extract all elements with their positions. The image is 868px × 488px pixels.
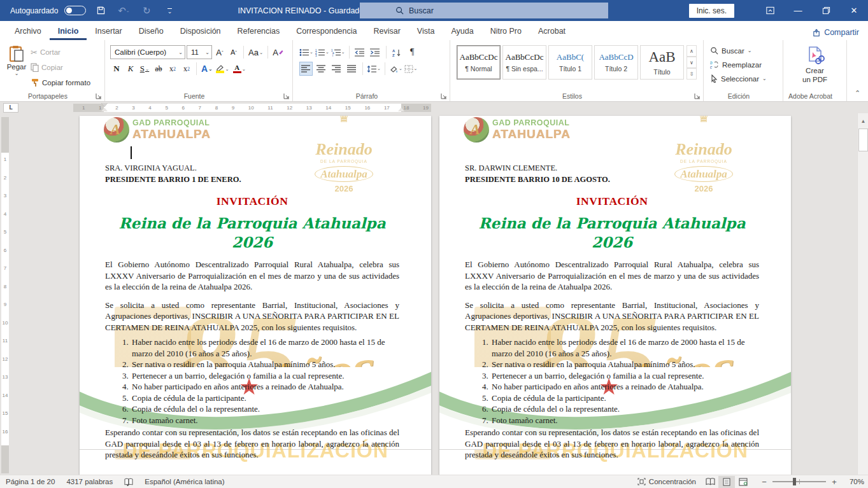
paste-button[interactable]: Pegar ⌄: [3, 44, 31, 90]
font-size-select[interactable]: 11⌄: [187, 45, 212, 59]
hanging-indent-marker[interactable]: [101, 108, 108, 111]
list-item[interactable]: No haber participado en años anteriores …: [131, 381, 399, 393]
paragraph-dialog-launcher-icon[interactable]: [441, 93, 447, 99]
tab-disposicion[interactable]: Disposición: [172, 23, 229, 40]
vertical-ruler[interactable]: 12345678910111213141516: [1, 117, 9, 473]
clipboard-dialog-launcher-icon[interactable]: [96, 93, 102, 99]
reinado-crest-logo[interactable]: ♛ Reinado DE LA PARROQUIA Atahualpa 2026: [302, 116, 385, 193]
bold-button[interactable]: N: [110, 62, 123, 76]
restore-button[interactable]: [812, 0, 840, 21]
reinado-crest-logo[interactable]: ♛ Reinado DE LA PARROQUIA Atahualpa 2026: [662, 116, 745, 193]
zoom-slider[interactable]: [772, 481, 826, 482]
copy-button[interactable]: Copiar: [31, 61, 90, 74]
highlight-button[interactable]: ⌄: [215, 62, 230, 76]
style-normal[interactable]: AaBbCcDc¶ Normal: [457, 45, 501, 80]
list-item[interactable]: Copia de cédula del o la representante.: [131, 403, 399, 415]
tab-stop-selector[interactable]: L: [3, 103, 18, 113]
grow-font-icon[interactable]: Aˆ: [213, 45, 226, 59]
tab-diseno[interactable]: Diseño: [131, 23, 172, 40]
sort-icon[interactable]: AZ: [390, 45, 404, 59]
paragraph-1[interactable]: El Gobierno Autónomo Descentralizado Par…: [465, 259, 759, 293]
print-layout-icon[interactable]: [718, 476, 735, 488]
first-line-indent-marker[interactable]: [101, 103, 108, 107]
clear-formatting-icon[interactable]: A: [271, 45, 285, 59]
paragraph-1[interactable]: El Gobierno Autónomo Descentralizado Par…: [105, 259, 399, 293]
search-input[interactable]: Buscar: [360, 3, 608, 18]
customize-quick-access-icon[interactable]: ⌄: [161, 3, 178, 19]
ribbon-display-options-icon[interactable]: [756, 0, 784, 21]
paragraph-2[interactable]: Se solicita a usted como representante B…: [465, 300, 759, 333]
font-dialog-launcher-icon[interactable]: [283, 93, 290, 99]
format-painter-button[interactable]: Copiar formato: [31, 76, 90, 89]
align-center-icon[interactable]: [315, 62, 328, 76]
zoom-out-icon[interactable]: −: [760, 477, 768, 487]
list-item[interactable]: Copia de cédula del o la representante.: [490, 403, 759, 415]
tab-ayuda[interactable]: Ayuda: [443, 23, 481, 40]
bullets-icon[interactable]: ⌄: [299, 45, 313, 59]
invitation-subheading[interactable]: Reina de la Parroquia Atahualpa 2026: [465, 214, 759, 252]
tab-acrobat[interactable]: Acrobat: [530, 23, 574, 40]
undo-icon[interactable]: ↶⌄: [115, 3, 132, 19]
shrink-font-icon[interactable]: Aˇ: [227, 45, 240, 59]
zoom-slider-thumb[interactable]: [793, 478, 796, 485]
align-right-icon[interactable]: [330, 62, 343, 76]
change-case-icon[interactable]: Aa⌄: [247, 45, 264, 59]
styles-scroll-up-icon[interactable]: ∧: [687, 45, 697, 57]
replace-button[interactable]: bc Reemplazar: [710, 59, 780, 71]
gad-parroquial-logo[interactable]: GAD PARROQUIALATAHUALPA: [464, 117, 571, 143]
numbering-icon[interactable]: 123⌄: [315, 45, 329, 59]
list-item[interactable]: Copia de cédula de la participante.: [131, 393, 399, 404]
style-titulo-2[interactable]: AaBbCcDTítulo 2: [594, 45, 638, 80]
document-page-2[interactable]: 85 Años ★ DE PARROQUIALIZACIÓN ATAHUALPA…: [439, 116, 791, 475]
list-item[interactable]: Foto tamaño carnet.: [131, 415, 399, 426]
list-item[interactable]: Pertenecer a un barrio, delegación o fam…: [490, 370, 759, 382]
document-page-1[interactable]: 85 Años ★ DE PARROQUIALIZACIÓN ATAHUALPA…: [80, 116, 431, 475]
focus-mode-button[interactable]: Concentración: [632, 475, 702, 488]
tab-inicio[interactable]: Inicio: [50, 23, 87, 40]
invitation-heading[interactable]: INVITACIÓN: [105, 194, 399, 208]
subscript-button[interactable]: x2: [166, 62, 179, 76]
invitation-subheading[interactable]: Reina de la Parroquia Atahualpa 2026: [105, 214, 399, 252]
text-effects-button[interactable]: A⌄: [200, 62, 213, 76]
create-pdf-button[interactable]: Crear un PDF: [786, 44, 844, 84]
superscript-button[interactable]: x2: [180, 62, 193, 76]
increase-indent-icon[interactable]: [369, 45, 382, 59]
invitation-heading[interactable]: INVITACIÓN: [465, 194, 759, 208]
closing-paragraph[interactable]: Esperando contar con su representación, …: [465, 427, 759, 461]
requirements-list[interactable]: Haber nacido entre los periodos desde el…: [117, 337, 399, 426]
list-item[interactable]: Ser nativa o residir en la parroquia Ata…: [131, 359, 399, 370]
strikethrough-button[interactable]: ab: [152, 62, 165, 76]
vertical-scrollbar[interactable]: ▲: [857, 113, 868, 475]
styles-dialog-launcher-icon[interactable]: [694, 93, 701, 99]
font-color-button[interactable]: A⌄: [232, 62, 247, 76]
decrease-indent-icon[interactable]: [353, 45, 367, 59]
select-button[interactable]: Seleccionar⌄: [710, 73, 780, 85]
save-icon[interactable]: [92, 3, 109, 19]
list-item[interactable]: Haber nacido entre los periodos desde el…: [490, 337, 759, 359]
word-count[interactable]: 4317 palabras: [60, 475, 118, 488]
redo-icon[interactable]: ↻: [138, 3, 155, 19]
share-button[interactable]: Compartir: [813, 28, 859, 37]
tab-referencias[interactable]: Referencias: [229, 23, 288, 40]
requirements-list[interactable]: Haber nacido entre los periodos desde el…: [476, 337, 759, 426]
list-item[interactable]: Foto tamaño carnet.: [490, 415, 759, 426]
closing-paragraph[interactable]: Esperando contar con su representación, …: [105, 427, 399, 461]
find-button[interactable]: Buscar⌄: [710, 45, 780, 57]
styles-scroll-down-icon[interactable]: ∨: [687, 57, 697, 68]
style-titulo-1[interactable]: AaBbC(Título 1: [548, 45, 592, 80]
list-item[interactable]: No haber participado en años anteriores …: [490, 381, 759, 393]
language-indicator[interactable]: Español (América latina): [139, 475, 230, 488]
multilevel-list-icon[interactable]: 1ai⌄: [331, 45, 345, 59]
align-left-icon[interactable]: [299, 62, 313, 76]
shading-icon[interactable]: ⌄: [389, 62, 402, 76]
zoom-percentage[interactable]: 70%: [843, 478, 864, 485]
tab-vista[interactable]: Vista: [409, 23, 443, 40]
sign-in-button[interactable]: Inic. ses.: [689, 4, 734, 18]
horizontal-ruler[interactable]: 112345678910111213141516171819: [73, 104, 431, 112]
tab-nitro-pro[interactable]: Nitro Pro: [482, 23, 530, 40]
autosave-toggle[interactable]: [64, 6, 86, 15]
right-indent-marker[interactable]: [398, 108, 404, 111]
list-item[interactable]: Pertenecer a un barrio, delegación o fam…: [131, 370, 399, 382]
justify-icon[interactable]: [345, 62, 359, 76]
minimize-button[interactable]: —: [784, 0, 812, 21]
